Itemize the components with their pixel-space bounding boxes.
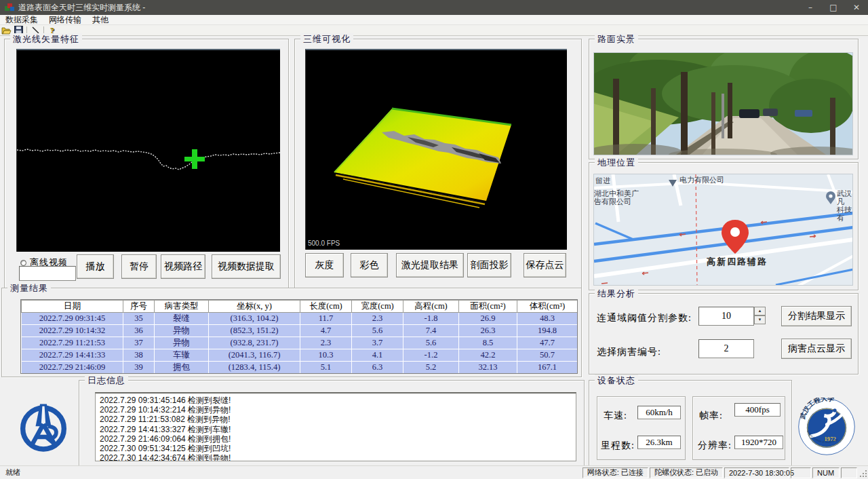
status-gyro: 陀螺仪状态: 已启动 [650, 467, 723, 478]
select-defect-label: 选择病害编号: [597, 346, 661, 358]
window-title: 道路表面全天时三维实时测量系统 - [18, 2, 145, 14]
photo-group-title: 路面实景 [595, 33, 638, 45]
toolbar: ? [0, 25, 868, 36]
speed-label: 车速: [604, 410, 627, 422]
mileage-value [637, 436, 681, 449]
speed-value [637, 406, 681, 419]
viz3d-group-title: 三维可视化 [300, 33, 353, 45]
log-line: 2022.7.29 11:21:53:082 检测到异物! [100, 415, 572, 424]
spinner-down-icon[interactable]: ▼ [754, 315, 766, 324]
threshold-param-spinner[interactable]: ▲ ▼ [754, 307, 766, 324]
title-bar: 道路表面全天时三维实时测量系统 - – □ ✕ [0, 0, 868, 15]
measurement-table[interactable]: 日期序号病害类型 坐标(x, y)长度(cm)宽度(cm) 高程(cm)面积(c… [20, 299, 578, 374]
laser-extract-result-button[interactable]: 激光提取结果 [396, 253, 464, 277]
defect-pointcloud-button[interactable]: 病害点云显示 [781, 339, 852, 359]
log-line: 2022.7.30 14:42:34:674 检测到异物! [100, 453, 572, 461]
menu-other[interactable]: 其他 [87, 14, 114, 26]
results-group-title: 测量结果 [7, 282, 51, 294]
status-network: 网络状态: 已连接 [583, 467, 648, 478]
mileage-label: 里程数: [601, 440, 635, 452]
framerate-label: 帧率: [699, 410, 723, 422]
app-window: 道路表面全天时三维实时测量系统 - – □ ✕ 数据采集 网络传输 其他 ? 激… [0, 0, 868, 479]
viz3d-canvas[interactable]: 500.0 FPS [305, 49, 567, 250]
map-poi-power-company: 电力有限公司 [679, 176, 724, 184]
route-dashed-line [696, 174, 697, 286]
video-path-button[interactable]: 视频路径 [161, 254, 205, 279]
minimize-button[interactable]: – [799, 0, 822, 15]
status-ready: 就绪 [0, 467, 583, 478]
maximize-button[interactable]: □ [822, 0, 845, 15]
laser-canvas [16, 49, 280, 252]
analysis-group-title: 结果分析 [595, 288, 638, 300]
framerate-value [734, 403, 781, 417]
pause-button[interactable]: 暂停 [121, 254, 157, 279]
app-icon [4, 2, 15, 13]
defect-number-input[interactable] [698, 339, 754, 358]
table-row[interactable]: 2022.7.29 21:46:0939拥包 (1283.4, 115.4)5.… [22, 362, 578, 374]
menu-data-capture[interactable]: 数据采集 [0, 14, 43, 26]
map-poi-corner: 留进 [595, 176, 610, 185]
color-button[interactable]: 彩色 [351, 253, 388, 277]
video-data-extract-button[interactable]: 视频数据提取 [212, 254, 281, 279]
status-datetime: 2022-7-30 18:30:05 [724, 467, 789, 478]
menu-network-transfer[interactable]: 网络传输 [43, 14, 87, 26]
table-row[interactable]: 2022.7.30 09:51:3440凹坑 (1579.7, 102.3)6.… [22, 374, 578, 375]
log-output[interactable]: 2022.7.29 09:31:45:146 检测到裂缝!2022.7.29 1… [95, 392, 576, 461]
section-projection-button[interactable]: 剖面投影 [467, 253, 511, 277]
video-path-input[interactable] [19, 266, 76, 281]
table-row[interactable]: 2022.7.29 09:31:4535裂缝 (316.3, 104.2)11.… [22, 313, 578, 325]
status-num-lock: NUM [812, 467, 840, 478]
save-pointcloud-button[interactable]: 保存点云 [524, 253, 566, 277]
company-logo [16, 400, 71, 455]
university-logo: 1972 武汉工程大学 Wuhan Institute of Technolog… [797, 398, 856, 456]
table-row[interactable]: 2022.7.29 14:41:3338车辙 (2041.3, 116.7)10… [22, 349, 578, 362]
map-poi-left: 湖北中和美广告有限公司 [594, 189, 639, 206]
segment-result-button[interactable]: 分割结果显示 [781, 306, 852, 326]
grayscale-button[interactable]: 灰度 [305, 253, 344, 277]
resolution-value [734, 436, 783, 449]
log-group-title: 日志信息 [85, 375, 128, 387]
log-line: 2022.7.29 21:46:09:064 检测到拥包! [100, 434, 572, 444]
laser-group-title: 激光线矢量特征 [10, 33, 82, 45]
status-empty-pane [791, 467, 811, 478]
map-pin-label: 高新四路辅路 [707, 256, 768, 268]
map-poi-right: 武汉凡科技有 [837, 189, 852, 222]
analysis-groupbox: 结果分析 [589, 293, 859, 375]
menu-bar: 数据采集 网络传输 其他 [0, 15, 868, 25]
radio-circle-icon [20, 260, 26, 266]
map-view[interactable]: 留进 电力有限公司 湖北中和美广告有限公司 武汉凡科技有 高新四路辅路 [593, 174, 853, 286]
location-pin [722, 220, 749, 254]
close-button[interactable]: ✕ [845, 0, 868, 15]
play-button[interactable]: 播放 [77, 254, 114, 279]
poi-pin-right [826, 191, 835, 204]
device-group-title: 设备状态 [595, 375, 638, 387]
table-row[interactable]: 2022.7.29 10:14:3236异物 (852.3, 151.2)4.7… [22, 325, 578, 337]
resolution-label: 分辨率: [698, 440, 732, 452]
fps-overlay: 500.0 FPS [308, 240, 340, 247]
log-line: 2022.7.29 09:31:45:146 检测到裂缝! [100, 396, 572, 405]
table-row[interactable]: 2022.7.29 11:21:5337异物 (932.8, 231.7)2.3… [22, 337, 578, 349]
resize-grip[interactable] [859, 467, 868, 478]
road-photo [593, 52, 853, 155]
log-line: 2022.7.30 09:51:34:125 检测到凹坑! [100, 444, 572, 453]
status-empty-pane [841, 467, 857, 478]
threshold-param-label: 连通域阈值分割参数: [597, 312, 692, 324]
status-bar: 就绪 网络状态: 已连接 陀螺仪状态: 已启动 2022-7-30 18:30:… [0, 465, 868, 479]
spinner-up-icon[interactable]: ▲ [754, 307, 766, 315]
log-line: 2022.7.29 10:14:32:214 检测到异物! [100, 405, 572, 415]
map-group-title: 地理位置 [595, 157, 638, 169]
threshold-param-input[interactable] [698, 307, 754, 326]
log-line: 2022.7.29 14:41:33:327 检测到车辙! [100, 425, 572, 434]
table-header-row: 日期序号病害类型 坐标(x, y)长度(cm)宽度(cm) 高程(cm)面积(c… [22, 301, 578, 313]
